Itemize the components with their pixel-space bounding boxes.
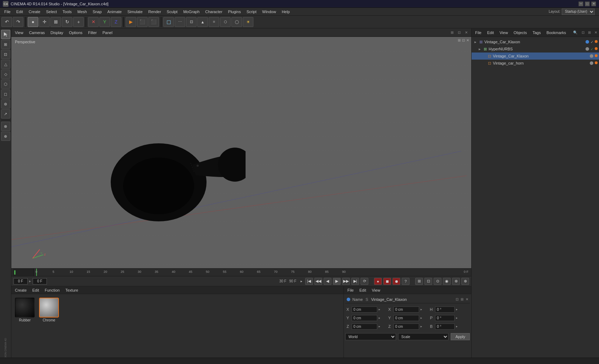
dot-3[interactable] bbox=[590, 61, 593, 65]
rotate-key-btn[interactable]: ⊙ bbox=[434, 278, 441, 285]
world-select[interactable]: World Local bbox=[345, 333, 396, 340]
render-preview-button[interactable]: ▶ bbox=[126, 17, 136, 27]
vp-menu-cameras[interactable]: Cameras bbox=[28, 30, 46, 35]
menu-mesh[interactable]: Mesh bbox=[75, 9, 90, 15]
enable-btn[interactable]: ◯ bbox=[231, 17, 242, 27]
vp-menu-filter[interactable]: Filter bbox=[87, 30, 98, 35]
step-back-btn[interactable]: ◀◀ bbox=[314, 278, 322, 285]
left-btn-joint[interactable]: ↗ bbox=[1, 109, 10, 118]
coords-file[interactable]: File bbox=[346, 287, 355, 293]
scale-select[interactable]: Scale bbox=[398, 333, 449, 340]
menu-sculpt[interactable]: Sculpt bbox=[164, 9, 181, 15]
poly-mode-btn[interactable]: ⋯ bbox=[175, 17, 185, 27]
window-controls[interactable]: ─ □ ✕ bbox=[578, 1, 596, 6]
axis-y-button[interactable]: Y bbox=[99, 17, 110, 27]
pla-key-btn[interactable]: ⊕ bbox=[461, 278, 469, 285]
vp-menu-view[interactable]: View bbox=[13, 30, 25, 35]
dot-1[interactable] bbox=[586, 47, 589, 51]
texture-mode-btn[interactable]: ⬡ bbox=[220, 17, 231, 27]
left-btn-grid[interactable]: ⊞ bbox=[1, 40, 10, 49]
obj-edit-menu[interactable]: Edit bbox=[486, 30, 495, 35]
menu-edit[interactable]: Edit bbox=[13, 9, 26, 15]
loop-btn[interactable]: ⟳ bbox=[361, 278, 368, 285]
record-btn[interactable]: ⏺ bbox=[392, 278, 400, 285]
left-btn-paint[interactable]: ⊗ bbox=[1, 122, 10, 131]
light-btn[interactable]: ☀ bbox=[243, 17, 253, 27]
vp-menu-options[interactable]: Options bbox=[67, 30, 84, 35]
check-0[interactable]: ✓ bbox=[590, 40, 593, 44]
play-back-btn[interactable]: ◀ bbox=[324, 278, 331, 285]
redo-button[interactable]: ↷ bbox=[13, 17, 23, 27]
pos-x-input[interactable] bbox=[352, 307, 377, 313]
scale-key-btn[interactable]: ⊡ bbox=[424, 278, 432, 285]
timeline-track[interactable]: 0 5 10 15 20 25 30 35 40 45 50 55 60 65 … bbox=[34, 269, 470, 276]
menu-plugins[interactable]: Plugins bbox=[225, 9, 244, 15]
frame-display[interactable] bbox=[33, 278, 47, 285]
pos-y-input[interactable] bbox=[352, 315, 377, 321]
menu-simulate[interactable]: Simulate bbox=[125, 9, 145, 15]
tree-item-0[interactable]: ▸ ⊞ Vintage_Car_Klaxon ✓ bbox=[472, 38, 599, 45]
object-mode-btn[interactable]: ◻ bbox=[163, 17, 174, 27]
obj-tags-menu[interactable]: Tags bbox=[531, 30, 542, 35]
obj-file-menu[interactable]: File bbox=[474, 30, 483, 35]
material-chrome[interactable]: Chrome bbox=[38, 297, 60, 361]
menu-create[interactable]: Create bbox=[26, 9, 43, 15]
left-btn-select[interactable] bbox=[1, 30, 10, 39]
current-frame-input[interactable] bbox=[13, 278, 28, 285]
name-icon-close[interactable]: ✕ bbox=[466, 297, 468, 301]
material-rubber[interactable]: Rubber bbox=[14, 297, 35, 361]
left-btn-solid[interactable]: ⬡ bbox=[1, 79, 10, 89]
obj-bookmarks-menu[interactable]: Bookmarks bbox=[545, 30, 567, 35]
layout-selector[interactable]: Startup (User) bbox=[562, 9, 595, 15]
vp-menu-display[interactable]: Display bbox=[49, 30, 65, 35]
menu-file[interactable]: File bbox=[1, 9, 13, 15]
menu-animate[interactable]: Animate bbox=[105, 9, 125, 15]
vp-menu-panel[interactable]: Panel bbox=[101, 30, 114, 35]
render-button[interactable]: ⬛ bbox=[137, 17, 148, 27]
info-btn[interactable]: ? bbox=[402, 278, 410, 285]
menu-select[interactable]: Select bbox=[43, 9, 60, 15]
mat-menu-function[interactable]: Function bbox=[43, 287, 61, 293]
dot-2[interactable] bbox=[590, 54, 593, 58]
param-key-btn[interactable]: ⊗ bbox=[452, 278, 460, 285]
name-icon-1[interactable]: ⊡ bbox=[456, 297, 458, 301]
edge-mode-btn[interactable]: ▲ bbox=[197, 17, 208, 27]
rot-p-input[interactable] bbox=[435, 315, 455, 321]
axis-x-button[interactable]: ✕ bbox=[88, 17, 99, 27]
check-1[interactable]: ✓ bbox=[590, 47, 593, 51]
coords-edit[interactable]: Edit bbox=[358, 287, 368, 293]
mode-add-button[interactable]: ＋ bbox=[73, 17, 84, 27]
size-y-input[interactable] bbox=[394, 315, 419, 321]
apply-button[interactable]: Apply bbox=[451, 333, 470, 340]
maximize-button[interactable]: □ bbox=[585, 1, 590, 6]
move-key-btn[interactable]: ⊞ bbox=[415, 278, 423, 285]
tree-item-3[interactable]: ▸ ⊡ Vintage_car_horn bbox=[472, 60, 599, 67]
mat-menu-texture[interactable]: Texture bbox=[64, 287, 79, 293]
vp-top-lock[interactable]: ⊡ bbox=[462, 38, 465, 42]
obj-view-menu[interactable]: View bbox=[498, 30, 510, 35]
menu-snap[interactable]: Snap bbox=[90, 9, 105, 15]
pos-z-input[interactable] bbox=[352, 324, 377, 330]
menu-window[interactable]: Window bbox=[259, 9, 279, 15]
obj-search-icon[interactable]: 🔍 bbox=[573, 31, 577, 34]
obj-icon1[interactable]: ⊡ bbox=[582, 31, 584, 34]
menu-script[interactable]: Script bbox=[244, 9, 259, 15]
name-icon-2[interactable]: ⊞ bbox=[461, 297, 463, 301]
vp-top-close[interactable]: ✕ bbox=[466, 38, 469, 42]
obj-close-icon[interactable]: ✕ bbox=[594, 31, 597, 34]
coords-view[interactable]: View bbox=[370, 287, 382, 293]
record-button[interactable]: ⬛ bbox=[148, 17, 159, 27]
vp-icon-expand[interactable]: ⊞ bbox=[451, 31, 454, 34]
menu-character[interactable]: Character bbox=[202, 9, 225, 15]
viewport-3d[interactable]: Perspective ⊞ ⊡ ✕ bbox=[11, 37, 471, 268]
tree-item-2[interactable]: ▸ ⊡ Vintage_Car_Klaxon bbox=[472, 53, 599, 60]
play-btn[interactable]: ▶ bbox=[333, 278, 341, 285]
mode-model-button[interactable]: ● bbox=[28, 17, 38, 27]
left-btn-camera[interactable]: ⊚ bbox=[1, 99, 10, 109]
dot-blue-0[interactable] bbox=[586, 40, 589, 44]
axis-z-button[interactable]: Z bbox=[111, 17, 121, 27]
go-start-btn[interactable]: |◀ bbox=[305, 278, 313, 285]
step-fwd-btn[interactable]: ▶▶ bbox=[342, 278, 350, 285]
mode-scale-button[interactable]: ⊠ bbox=[50, 17, 61, 27]
uv-mode-btn[interactable]: ⌗ bbox=[209, 17, 219, 27]
